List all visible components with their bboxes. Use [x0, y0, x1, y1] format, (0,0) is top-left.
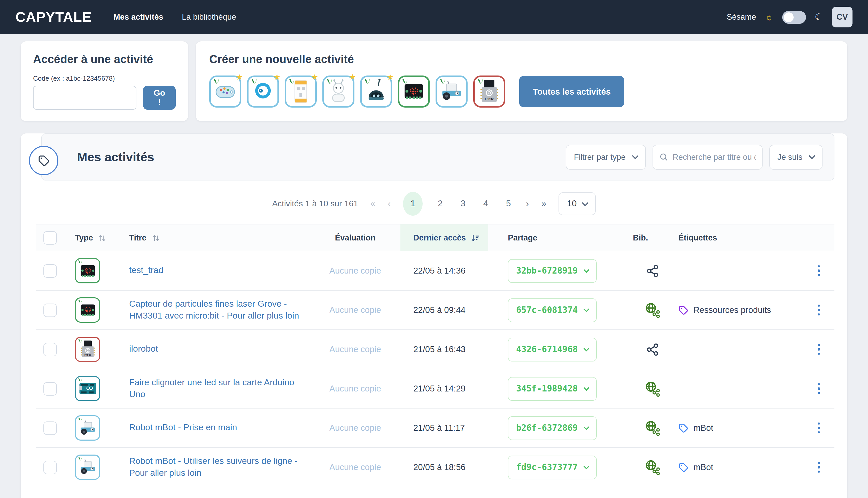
navbar-right: Sésame ☼ ☾ CV — [727, 7, 853, 27]
share-code-dropdown[interactable]: b26f-6372869 — [508, 416, 597, 440]
tile-black-robot[interactable]: ★ — [360, 76, 392, 107]
page-size-select[interactable]: 10 — [559, 192, 596, 215]
vittascience-logo-icon — [78, 339, 82, 343]
globe-share-icon — [645, 302, 660, 318]
page-button-4[interactable]: 4 — [480, 199, 491, 209]
select-all-checkbox[interactable] — [43, 231, 57, 244]
tile-esp32[interactable] — [473, 76, 505, 107]
activity-title-link[interactable]: Robot mBot - Utiliser les suiveurs de li… — [129, 456, 300, 479]
chevron-down-icon — [632, 153, 638, 159]
activity-title-link[interactable]: ilorobot — [129, 344, 158, 355]
share-code-dropdown[interactable]: 657c-6081374 — [508, 298, 597, 322]
access-activity-card: Accéder à une activité Code (ex : a1bc-1… — [21, 41, 188, 121]
activity-title-link[interactable]: Robot mBot - Prise en main — [129, 422, 237, 434]
row-menu-button[interactable] — [814, 462, 824, 473]
row-checkbox[interactable] — [43, 460, 57, 474]
vittascience-logo-icon — [251, 79, 257, 84]
page-button-1[interactable]: 1 — [403, 192, 423, 215]
panel-title: Mes activités — [77, 150, 154, 164]
row-menu-button[interactable] — [814, 344, 824, 355]
sort-icon[interactable] — [98, 234, 107, 242]
mbot-type-badge — [75, 415, 100, 441]
chevron-down-icon — [584, 306, 589, 312]
vittascience-logo-icon — [78, 417, 82, 421]
last-access: 21/05 à 16:43 — [401, 330, 488, 369]
tag-chip[interactable]: Ressources produits — [672, 305, 803, 315]
share-code-dropdown[interactable]: 32bb-6728919 — [508, 259, 597, 283]
toggle-knob — [784, 12, 794, 22]
share-code-dropdown[interactable]: 4326-6714968 — [508, 338, 597, 361]
row-menu-button[interactable] — [814, 265, 824, 276]
role-select[interactable]: Je suis — [769, 145, 823, 169]
row-checkbox[interactable] — [43, 264, 57, 277]
filter-type-select[interactable]: Filtrer par type — [566, 145, 646, 169]
vittascience-logo-icon — [78, 457, 82, 461]
tile-yellow-board[interactable]: ★ — [285, 76, 317, 107]
brand-logo[interactable]: CAPYTALE — [15, 9, 92, 25]
row-menu-button[interactable] — [814, 422, 824, 434]
header-titre[interactable]: Titre — [129, 224, 310, 251]
tile-sphero-robot[interactable]: ★ — [247, 76, 279, 107]
table-row: Capteur de particules fines laser Grove … — [36, 290, 835, 330]
tag-icon — [38, 154, 50, 167]
search-box — [653, 145, 763, 169]
last-access: 21/05 à 14:29 — [401, 369, 488, 408]
nav-link-bibliotheque[interactable]: La bibliothèque — [182, 12, 236, 22]
row-checkbox[interactable] — [43, 382, 57, 395]
next-page-button[interactable]: › — [526, 199, 529, 209]
tag-chip[interactable]: mBot — [672, 462, 803, 472]
tile-microbit[interactable] — [398, 76, 430, 107]
tags-manager-button[interactable] — [29, 146, 58, 175]
vittascience-logo-icon — [402, 79, 408, 84]
sort-desc-icon[interactable] — [471, 234, 480, 242]
row-checkbox[interactable] — [43, 421, 57, 435]
pagination: Activités 1 à 10 sur 161 « ‹ 1 2 3 4 5 ›… — [21, 192, 847, 215]
tile-thymio-robot[interactable]: ★ — [209, 76, 241, 107]
first-page-button[interactable]: « — [370, 199, 375, 209]
filter-bar: Mes activités Filtrer par type Je suis — [41, 133, 835, 181]
activity-title-link[interactable]: test_trad — [129, 265, 163, 277]
tag-icon — [678, 305, 689, 315]
sort-icon[interactable] — [151, 234, 160, 242]
tile-mbot[interactable] — [436, 76, 467, 107]
page-button-5[interactable]: 5 — [503, 199, 514, 209]
vittascience-logo-icon — [364, 79, 370, 84]
share-code-dropdown[interactable]: 345f-1989428 — [508, 377, 597, 401]
row-menu-button[interactable] — [814, 305, 824, 316]
go-button[interactable]: Go ! — [143, 86, 176, 110]
table-row: test_trad Aucune copie 22/05 à 14:36 32b… — [36, 251, 835, 290]
header-etiquettes[interactable]: Étiquettes — [672, 224, 803, 251]
tag-chip[interactable]: mBot — [672, 423, 803, 433]
esp32-type-badge — [75, 337, 100, 362]
sesame-link[interactable]: Sésame — [727, 12, 756, 22]
activity-title-link[interactable]: Capteur de particules fines laser Grove … — [129, 298, 300, 322]
prev-page-button[interactable]: ‹ — [388, 199, 391, 209]
page-button-2[interactable]: 2 — [435, 199, 445, 209]
top-cards: Accéder à une activité Code (ex : a1bc-1… — [21, 41, 847, 121]
activity-title-link[interactable]: Faire clignoter une led sur la carte Ard… — [129, 377, 300, 400]
nav-link-mes-activites[interactable]: Mes activités — [113, 12, 163, 22]
table-row: Robot mBot - Utiliser les suiveurs de li… — [36, 448, 835, 487]
last-page-button[interactable]: » — [541, 199, 546, 209]
tile-white-robot[interactable]: ★ — [322, 76, 354, 107]
filter-type-label: Filtrer par type — [574, 152, 626, 161]
header-type[interactable]: Type — [65, 224, 129, 251]
header-bib[interactable]: Bib. — [633, 224, 672, 251]
page-size-value: 10 — [567, 199, 577, 209]
user-avatar[interactable]: CV — [832, 7, 853, 27]
share-icon — [646, 264, 659, 277]
activity-code-input[interactable] — [33, 86, 136, 110]
header-dernier-acces[interactable]: Dernier accès — [401, 224, 488, 251]
role-select-label: Je suis — [777, 152, 803, 161]
search-input[interactable] — [673, 152, 756, 161]
row-checkbox[interactable] — [43, 303, 57, 317]
header-partage[interactable]: Partage — [488, 224, 633, 251]
theme-toggle[interactable] — [782, 11, 806, 24]
row-checkbox[interactable] — [43, 343, 57, 356]
header-evaluation[interactable]: Évaluation — [310, 224, 401, 251]
page-button-3[interactable]: 3 — [458, 199, 468, 209]
all-activities-button[interactable]: Toutes les activités — [519, 76, 624, 107]
my-activities-panel: Mes activités Filtrer par type Je suis A… — [21, 133, 847, 498]
share-code-dropdown[interactable]: fd9c-6373777 — [508, 455, 597, 479]
row-menu-button[interactable] — [814, 383, 824, 394]
